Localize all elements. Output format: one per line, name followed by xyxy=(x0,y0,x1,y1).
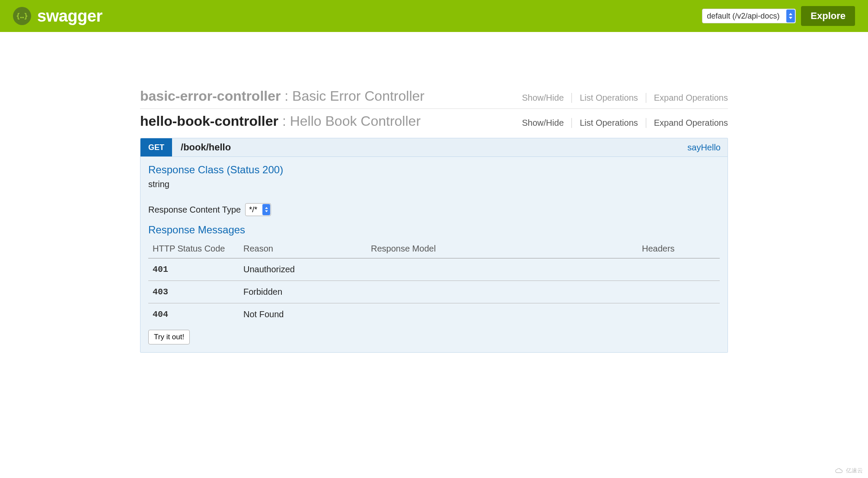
table-row: 401 Unauthorized xyxy=(148,258,720,281)
header: {…} swagger default (/v2/api-docs) Explo… xyxy=(0,0,868,32)
cell-reason: Forbidden xyxy=(239,281,367,303)
controller-sep: : xyxy=(284,88,292,104)
controller-title[interactable]: hello-book-controller : Hello Book Contr… xyxy=(140,113,421,129)
brand: {…} swagger xyxy=(13,7,102,25)
controller-sep: : xyxy=(282,113,290,129)
th-status-code: HTTP Status Code xyxy=(148,240,239,258)
controller-actions: Show/Hide List Operations Expand Operati… xyxy=(514,118,728,128)
response-type: string xyxy=(148,179,720,189)
controller-title[interactable]: basic-error-controller : Basic Error Con… xyxy=(140,88,424,104)
api-docs-select[interactable]: default (/v2/api-docs) xyxy=(702,9,796,23)
svg-text:{…}: {…} xyxy=(16,12,28,20)
content-type-row: Response Content Type */* xyxy=(148,203,720,216)
content-type-select[interactable]: */* xyxy=(245,203,271,216)
operation-nickname: sayHello xyxy=(687,143,721,153)
show-hide-link[interactable]: Show/Hide xyxy=(514,93,572,103)
list-operations-link[interactable]: List Operations xyxy=(572,118,646,128)
cell-headers xyxy=(638,281,720,303)
operation-header[interactable]: GET /book/hello sayHello xyxy=(140,138,728,157)
response-messages-table: HTTP Status Code Reason Response Model H… xyxy=(148,240,720,325)
swagger-logo-icon: {…} xyxy=(13,7,31,25)
table-row: 403 Forbidden xyxy=(148,281,720,303)
response-class-heading: Response Class (Status 200) xyxy=(148,164,720,176)
expand-operations-link[interactable]: Expand Operations xyxy=(646,93,728,103)
cell-code: 404 xyxy=(148,303,239,326)
expand-operations-link[interactable]: Expand Operations xyxy=(646,118,728,128)
cell-headers xyxy=(638,303,720,326)
controller-desc: Basic Error Controller xyxy=(292,88,424,104)
operation-path: /book/hello xyxy=(181,142,231,153)
content-type-label: Response Content Type xyxy=(148,205,241,215)
controller-name: hello-book-controller xyxy=(140,113,278,129)
response-messages-heading: Response Messages xyxy=(148,224,720,236)
cell-reason: Unauthorized xyxy=(239,258,367,281)
controller-name: basic-error-controller xyxy=(140,88,281,104)
cell-model xyxy=(367,303,638,326)
list-operations-link[interactable]: List Operations xyxy=(572,93,646,103)
header-right: default (/v2/api-docs) Explore xyxy=(702,6,855,26)
controller-actions: Show/Hide List Operations Expand Operati… xyxy=(514,93,728,103)
explore-button[interactable]: Explore xyxy=(801,6,855,26)
main: basic-error-controller : Basic Error Con… xyxy=(127,32,741,366)
cell-model xyxy=(367,281,638,303)
cell-model xyxy=(367,258,638,281)
operation-get-book-hello: GET /book/hello sayHello Response Class … xyxy=(140,138,728,353)
controller-header-basic-error: basic-error-controller : Basic Error Con… xyxy=(140,84,728,109)
http-method-badge: GET xyxy=(140,138,172,156)
controller-desc: Hello Book Controller xyxy=(290,113,421,129)
controller-header-hello-book: hello-book-controller : Hello Book Contr… xyxy=(140,109,728,134)
th-response-model: Response Model xyxy=(367,240,638,258)
brand-text: swagger xyxy=(37,7,102,25)
cell-code: 403 xyxy=(148,281,239,303)
show-hide-link[interactable]: Show/Hide xyxy=(514,118,572,128)
try-it-out-button[interactable]: Try it out! xyxy=(148,330,190,344)
table-row: 404 Not Found xyxy=(148,303,720,326)
cell-headers xyxy=(638,258,720,281)
cell-reason: Not Found xyxy=(239,303,367,326)
api-select-wrap: default (/v2/api-docs) xyxy=(702,9,796,23)
cell-code: 401 xyxy=(148,258,239,281)
th-headers: Headers xyxy=(638,240,720,258)
operation-body: Response Class (Status 200) string Respo… xyxy=(140,157,728,353)
th-reason: Reason xyxy=(239,240,367,258)
content-type-select-wrap: */* xyxy=(245,203,271,216)
